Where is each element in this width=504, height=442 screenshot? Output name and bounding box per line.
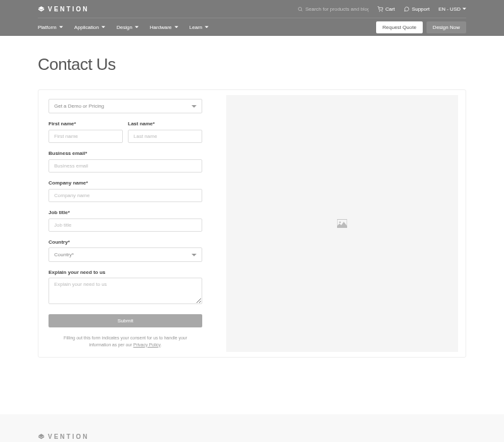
nav-platform[interactable]: Platform	[38, 25, 63, 30]
page-content: Contact Us Get a Demo or Pricing First n…	[0, 36, 504, 383]
email-input[interactable]	[49, 159, 202, 173]
svg-point-2	[379, 11, 380, 11]
last-name-label: Last name*	[128, 121, 202, 127]
job-title-input[interactable]	[49, 218, 202, 232]
site-header: VENTION Cart Support EN - USD Platform	[0, 0, 504, 36]
country-select[interactable]: Country*	[49, 247, 202, 262]
nav-design[interactable]: Design	[117, 25, 139, 30]
company-label: Company name*	[49, 180, 202, 186]
nav-application[interactable]: Application	[74, 25, 105, 30]
consent-post: .	[161, 343, 162, 347]
footer-logo[interactable]: VENTION	[38, 433, 466, 440]
company-input[interactable]	[49, 189, 202, 202]
nav-label: Application	[74, 25, 99, 30]
svg-point-0	[298, 7, 301, 10]
need-label: Explain your need to us	[49, 269, 202, 275]
chevron-down-icon	[59, 25, 63, 29]
footer-brand-name: VENTION	[48, 433, 89, 440]
first-name-label: First name*	[49, 121, 123, 127]
svg-point-3	[382, 11, 382, 11]
brand-name: VENTION	[48, 6, 89, 13]
content-card: Get a Demo or Pricing First name* Last n…	[38, 89, 466, 358]
brand-logo[interactable]: VENTION	[38, 6, 89, 13]
language-selector[interactable]: EN - USD	[438, 6, 466, 12]
chevron-down-icon	[462, 7, 466, 11]
first-name-input[interactable]	[49, 130, 123, 143]
nav-label: Platform	[38, 25, 57, 30]
cart-icon	[377, 6, 383, 12]
vention-logo-icon	[38, 6, 45, 13]
header-nav-bar: Platform Application Design Hardware Lea…	[0, 18, 504, 36]
nav-hardware[interactable]: Hardware	[150, 25, 178, 30]
submit-button[interactable]: Submit	[49, 314, 202, 327]
page-title: Contact Us	[38, 55, 466, 74]
search[interactable]	[297, 6, 369, 12]
consent-text: Filling out this form indicates your con…	[49, 335, 202, 348]
last-name-input[interactable]	[128, 130, 202, 143]
topic-select[interactable]: Get a Demo or Pricing	[49, 99, 202, 113]
contact-form: Get a Demo or Pricing First name* Last n…	[43, 95, 207, 352]
job-title-label: Job title*	[49, 210, 202, 215]
search-input[interactable]	[306, 6, 369, 12]
chevron-down-icon	[101, 25, 105, 29]
hero-image-placeholder	[226, 95, 458, 352]
need-textarea[interactable]	[49, 278, 202, 304]
chat-icon	[404, 6, 410, 12]
nav-items: Platform Application Design Hardware Lea…	[38, 25, 209, 30]
chevron-down-icon	[205, 25, 209, 29]
header-top-bar: VENTION Cart Support EN - USD	[0, 0, 504, 18]
vention-logo-icon	[38, 433, 45, 440]
support-label: Support	[412, 6, 430, 12]
site-footer: VENTION vention.io Terms Privacy Securit…	[0, 414, 504, 442]
image-icon	[337, 219, 347, 228]
design-now-button[interactable]: Design Now	[427, 21, 466, 33]
nav-label: Hardware	[150, 25, 172, 30]
nav-learn[interactable]: Learn	[190, 25, 209, 30]
nav-label: Design	[117, 25, 132, 30]
nav-label: Learn	[190, 25, 202, 30]
chevron-down-icon	[175, 25, 178, 29]
email-label: Business email*	[49, 150, 202, 156]
language-label: EN - USD	[438, 6, 461, 12]
country-label: Country*	[49, 239, 202, 245]
privacy-policy-link[interactable]: Privacy Policy	[134, 343, 161, 347]
cart-label: Cart	[386, 6, 395, 12]
cart-link[interactable]: Cart	[377, 6, 395, 12]
support-link[interactable]: Support	[404, 6, 430, 12]
consent-pre: Filling out this form indicates your con…	[64, 336, 187, 347]
search-icon	[297, 6, 303, 12]
chevron-down-icon	[135, 25, 139, 29]
svg-line-1	[301, 10, 302, 11]
request-quote-button[interactable]: Request Quote	[376, 21, 423, 33]
svg-point-5	[339, 222, 341, 224]
